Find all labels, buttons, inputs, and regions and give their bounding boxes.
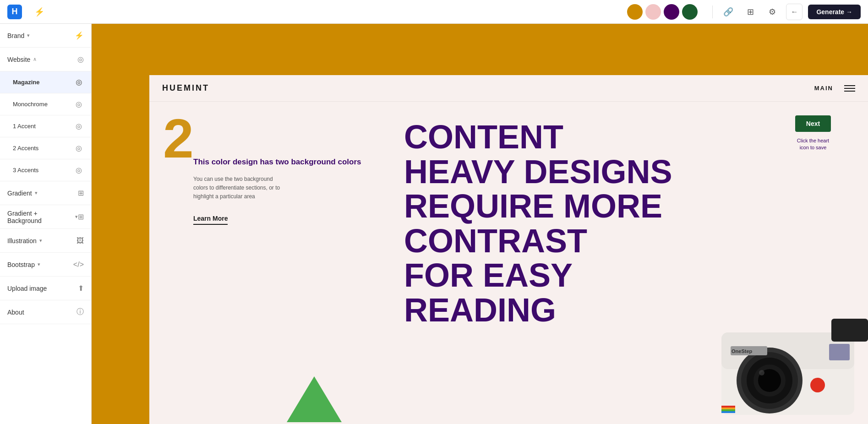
compass-2a-icon: ◎ xyxy=(76,144,82,152)
mag-logo: HUEMINT xyxy=(162,83,209,93)
flash-icon-btn[interactable]: ⚡ xyxy=(31,4,48,20)
compass-icon: ◎ xyxy=(77,55,84,64)
sidebar-3accents-label: 3 Accents xyxy=(13,167,38,174)
info-icon: ⓘ xyxy=(76,307,84,317)
mag-subtitle: This color design has two background col… xyxy=(193,157,371,168)
svg-point-8 xyxy=(810,378,825,392)
sidebar: Brand ▾ ⚡ Website ∧ ◎ Magazine ◎ Monochr… xyxy=(0,24,92,424)
svg-rect-10 xyxy=(721,406,735,408)
sidebar-item-illustration[interactable]: Illustration ▾ 🖼 xyxy=(0,229,91,253)
topbar: H ⚡ 🔗 ⊞ ⚙ ← Generate → xyxy=(0,0,868,24)
sidebar-2accents-label: 2 Accents xyxy=(13,145,38,152)
mag-number: 2 xyxy=(163,111,194,166)
link-icon: 🔗 xyxy=(723,7,733,17)
mag-right-panel: Next Click the heart icon to save xyxy=(758,102,868,424)
svg-rect-9 xyxy=(831,319,868,342)
sidebar-item-1accent[interactable]: 1 Accent ◎ xyxy=(0,115,91,137)
sidebar-upload-label: Upload image xyxy=(7,285,47,292)
sidebar-item-gradient-bg[interactable]: Gradient + Background ▾ ⊞ xyxy=(0,205,91,229)
save-hint: Click the heart icon to save xyxy=(797,137,829,152)
settings-icon-btn[interactable]: ⚙ xyxy=(764,4,781,20)
divider xyxy=(712,5,713,18)
chevron-up-icon: ∧ xyxy=(33,56,37,62)
mag-headline: CONTENT HEAVY DESIGNS REQUIRE MORE CONTR… xyxy=(404,120,742,328)
back-button[interactable]: ← xyxy=(786,4,802,20)
compass-1a-icon: ◎ xyxy=(76,122,82,130)
sidebar-about-label: About xyxy=(7,309,24,316)
main-layout: Brand ▾ ⚡ Website ∧ ◎ Magazine ◎ Monochr… xyxy=(0,24,868,424)
sidebar-illustration-label: Illustration xyxy=(7,237,37,245)
chevron-illus-icon: ▾ xyxy=(39,238,42,244)
settings-icon: ⚙ xyxy=(769,7,776,17)
generate-button[interactable]: Generate → xyxy=(808,5,861,19)
compass-3a-icon: ◎ xyxy=(76,166,82,174)
sidebar-item-2accents[interactable]: 2 Accents ◎ xyxy=(0,137,91,159)
mag-nav-main: MAIN xyxy=(814,85,833,92)
back-arrow-icon: ← xyxy=(791,8,798,16)
sidebar-item-magazine[interactable]: Magazine ◎ xyxy=(0,71,91,93)
sidebar-1accent-label: 1 Accent xyxy=(13,123,36,130)
svg-point-7 xyxy=(759,370,764,375)
flash-icon: ⚡ xyxy=(34,7,44,17)
chevron-gradient-icon: ▾ xyxy=(35,190,38,196)
illustration-icon: 🖼 xyxy=(76,237,84,245)
sidebar-item-gradient[interactable]: Gradient ▾ ⊞ xyxy=(0,181,91,205)
sidebar-item-upload[interactable]: Upload image ⬆ xyxy=(0,277,91,300)
svg-marker-17 xyxy=(287,376,342,422)
hamburger-icon[interactable] xyxy=(844,85,855,92)
svg-text:OneStep: OneStep xyxy=(732,348,753,354)
camera-illustration: OneStep xyxy=(694,305,868,424)
upload-icon: ⬆ xyxy=(78,284,84,293)
mag-description: You can use the two background colors to… xyxy=(193,175,285,201)
svg-rect-16 xyxy=(829,344,850,360)
link-icon-btn[interactable]: 🔗 xyxy=(720,4,737,20)
sidebar-item-website[interactable]: Website ∧ ◎ xyxy=(0,48,91,71)
mag-text-block: This color design has two background col… xyxy=(193,157,371,225)
triangle-decoration xyxy=(287,376,342,424)
preview-area: HUEMINT MAIN 2 xyxy=(92,24,868,424)
sidebar-bootstrap-label: Bootstrap xyxy=(7,261,35,268)
color-swatch-green[interactable] xyxy=(682,4,698,20)
grid-gbg-icon: ⊞ xyxy=(78,212,84,221)
mag-left-panel: 2 This color design has two background c… xyxy=(149,102,388,424)
compass-sub-icon: ◎ xyxy=(76,78,82,87)
grid-icon: ⊞ xyxy=(747,7,754,17)
code-icon: </> xyxy=(73,261,84,269)
app-logo[interactable]: H xyxy=(7,5,22,19)
sidebar-magazine-label: Magazine xyxy=(13,79,40,86)
chevron-down-icon: ▾ xyxy=(27,33,30,38)
sidebar-item-3accents[interactable]: 3 Accents ◎ xyxy=(0,159,91,181)
sidebar-brand-label: Brand xyxy=(7,32,24,39)
flash-sidebar-icon: ⚡ xyxy=(75,31,84,40)
color-palette xyxy=(627,4,698,20)
sidebar-gradient-bg-label: Gradient + Background xyxy=(7,210,72,224)
color-swatch-amber[interactable] xyxy=(627,4,643,20)
sidebar-gradient-label: Gradient xyxy=(7,190,32,197)
next-button[interactable]: Next xyxy=(795,115,831,132)
sidebar-item-about[interactable]: About ⓘ xyxy=(0,300,91,324)
compass-mono-icon: ◎ xyxy=(76,100,82,109)
color-swatch-purple[interactable] xyxy=(664,4,679,20)
svg-rect-13 xyxy=(721,411,735,413)
sidebar-item-brand[interactable]: Brand ▾ ⚡ xyxy=(0,24,91,48)
grid-grad-icon: ⊞ xyxy=(78,189,84,197)
svg-rect-12 xyxy=(721,409,735,411)
sidebar-item-monochrome[interactable]: Monochrome ◎ xyxy=(0,93,91,115)
sidebar-item-bootstrap[interactable]: Bootstrap ▾ </> xyxy=(0,253,91,277)
color-swatch-blush[interactable] xyxy=(645,4,661,20)
mag-header: HUEMINT MAIN xyxy=(149,75,868,102)
mag-body: 2 This color design has two background c… xyxy=(149,102,868,424)
learn-more-link[interactable]: Learn More xyxy=(193,215,228,225)
grid-icon-btn[interactable]: ⊞ xyxy=(742,4,759,20)
content-area: HUEMINT MAIN 2 xyxy=(92,24,868,424)
sidebar-monochrome-label: Monochrome xyxy=(13,101,48,108)
magazine-card: HUEMINT MAIN 2 xyxy=(149,75,868,424)
sidebar-website-label: Website xyxy=(7,56,30,63)
svg-rect-11 xyxy=(721,408,735,409)
chevron-boot-icon: ▾ xyxy=(38,261,40,267)
mag-nav: MAIN xyxy=(814,85,855,92)
